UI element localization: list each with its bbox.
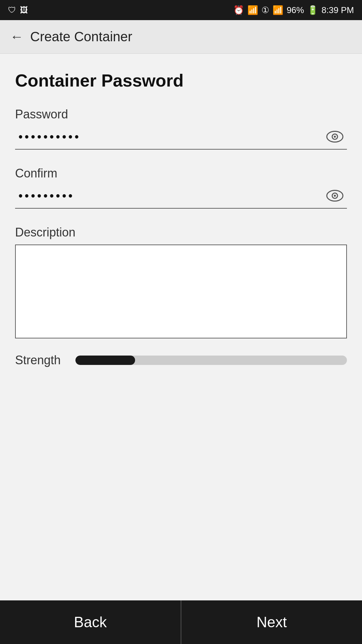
time-display: 8:39 PM	[321, 5, 354, 15]
back-arrow-button[interactable]: ←	[10, 29, 23, 44]
app-bar: ← Create Container	[0, 20, 362, 54]
strength-label: Strength	[15, 353, 65, 367]
eye-icon	[326, 130, 344, 144]
battery-icon: 🔋	[307, 5, 318, 15]
app-bar-title: Create Container	[30, 29, 132, 44]
confirm-eye-icon	[326, 189, 344, 203]
bottom-bar: Back Next	[0, 600, 362, 644]
status-bar: 🛡 🖼 ⏰ 📶 ① 📶 96% 🔋 8:39 PM	[0, 0, 362, 20]
wifi-icon: 📶	[247, 5, 258, 15]
strength-bar-fill	[75, 356, 135, 365]
password-field-wrapper	[15, 125, 347, 150]
password-toggle-eye-button[interactable]	[326, 130, 344, 145]
battery-text: 96%	[287, 5, 304, 15]
status-bar-left: 🛡 🖼	[8, 5, 28, 15]
description-textarea[interactable]	[15, 245, 347, 338]
section-title: Container Password	[15, 70, 347, 91]
description-label: Description	[15, 225, 347, 239]
strength-bar-background	[75, 356, 347, 365]
strength-row: Strength	[15, 353, 347, 367]
svg-point-5	[334, 195, 336, 197]
alarm-icon: ⏰	[233, 5, 244, 15]
back-arrow-icon: ←	[10, 29, 23, 44]
shield-icon: 🛡	[8, 5, 16, 15]
main-content: Container Password Password Confirm Desc…	[0, 54, 362, 434]
status-bar-right: ⏰ 📶 ① 📶 96% 🔋 8:39 PM	[233, 5, 354, 15]
back-button[interactable]: Back	[0, 600, 181, 644]
confirm-input[interactable]	[15, 184, 347, 209]
confirm-label: Confirm	[15, 166, 347, 180]
password-label: Password	[15, 107, 347, 121]
confirm-field-wrapper	[15, 184, 347, 209]
next-button[interactable]: Next	[181, 600, 362, 644]
svg-point-2	[334, 136, 336, 138]
sim-icon: ①	[261, 5, 269, 15]
password-input[interactable]	[15, 125, 347, 150]
signal-icon: 📶	[273, 5, 283, 15]
confirm-toggle-eye-button[interactable]	[326, 189, 344, 204]
image-icon: 🖼	[20, 5, 28, 15]
